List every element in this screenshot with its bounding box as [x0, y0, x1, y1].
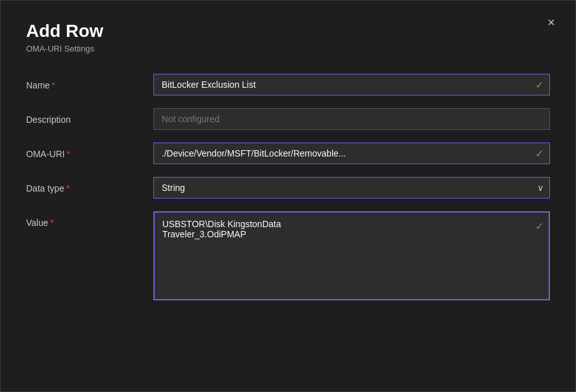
- oma-uri-label: OMA-URI*: [26, 143, 153, 159]
- value-required-star: *: [50, 218, 53, 228]
- description-label: Description: [26, 108, 153, 125]
- data-type-select[interactable]: String Integer Boolean Base64: [153, 177, 550, 199]
- form-section: Name* ✓ Description OMA-URI* ✓: [26, 74, 550, 300]
- add-row-dialog: × Add Row OMA-URI Settings Name* ✓ Descr…: [0, 0, 576, 392]
- dialog-subtitle: OMA-URI Settings: [26, 44, 550, 53]
- value-field: USBSTOR\Disk KingstonData Traveler_3.Odi…: [153, 211, 550, 300]
- value-label: Value*: [26, 211, 153, 228]
- oma-uri-row: OMA-URI* ✓: [26, 143, 550, 164]
- value-textarea[interactable]: USBSTOR\Disk KingstonData Traveler_3.Odi…: [153, 211, 550, 300]
- name-required-star: *: [52, 80, 55, 90]
- close-icon: ×: [547, 15, 555, 29]
- dialog-header: Add Row OMA-URI Settings: [26, 21, 550, 53]
- oma-uri-input[interactable]: [153, 143, 550, 164]
- value-row: Value* USBSTOR\Disk KingstonData Travele…: [26, 211, 550, 300]
- name-field: ✓: [153, 74, 550, 95]
- oma-uri-field: ✓: [153, 143, 550, 164]
- close-button[interactable]: ×: [542, 13, 560, 31]
- name-input[interactable]: [153, 74, 550, 95]
- dialog-title: Add Row: [26, 21, 550, 41]
- value-check-icon: ✓: [535, 220, 544, 232]
- data-type-label: Data type*: [26, 177, 153, 193]
- data-type-row: Data type* String Integer Boolean Base64…: [26, 177, 550, 199]
- data-type-field: String Integer Boolean Base64 ∨: [153, 177, 550, 199]
- description-input[interactable]: [153, 108, 550, 130]
- description-row: Description: [26, 108, 550, 130]
- name-row: Name* ✓: [26, 74, 550, 95]
- name-check-icon: ✓: [535, 79, 544, 91]
- description-field: [153, 108, 550, 130]
- name-label: Name*: [26, 74, 153, 90]
- data-type-required-star: *: [66, 183, 69, 193]
- oma-uri-check-icon: ✓: [535, 148, 544, 160]
- oma-uri-required-star: *: [67, 149, 70, 159]
